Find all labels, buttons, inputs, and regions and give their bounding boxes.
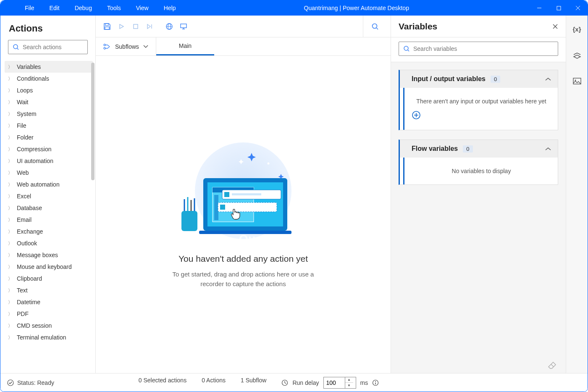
subflows-dropdown[interactable]: Subflows [96, 37, 156, 55]
action-category-variables[interactable]: 〉Variables [5, 61, 93, 73]
actions-list[interactable]: 〉Variables〉Conditionals〉Loops〉Wait〉Syste… [0, 59, 95, 373]
tab-main[interactable]: Main [156, 37, 214, 55]
variables-header: Variables [391, 16, 566, 37]
action-category-label: Clipboard [17, 275, 42, 282]
action-category-label: System [17, 110, 37, 117]
action-category-cmd-session[interactable]: 〉CMD session [5, 320, 93, 331]
main-row: Actions 〉Variables〉Conditionals〉Loops〉Wa… [0, 16, 588, 373]
spin-down-button[interactable]: ▼ [345, 383, 353, 388]
action-category-clipboard[interactable]: 〉Clipboard [5, 273, 93, 284]
action-category-datetime[interactable]: 〉Datetime [5, 296, 93, 308]
desktop-recorder-button[interactable] [176, 19, 191, 34]
chevron-right-icon: 〉 [8, 111, 13, 117]
spin-up-button[interactable]: ▲ [345, 377, 353, 383]
chevron-right-icon: 〉 [8, 182, 13, 188]
run-button[interactable] [114, 19, 129, 34]
clock-icon [281, 379, 288, 386]
right-rail: {x} [566, 16, 588, 373]
eraser-button[interactable] [548, 361, 556, 369]
flow-variables-count: 0 [463, 145, 472, 153]
run-delay-label: Run delay [292, 379, 319, 386]
action-category-database[interactable]: 〉Database [5, 202, 93, 214]
variables-rail-button[interactable]: {x} [570, 21, 585, 37]
action-category-label: Conditionals [17, 75, 49, 82]
svg-point-40 [404, 46, 408, 50]
action-category-mouse-and-keyboard[interactable]: 〉Mouse and keyboard [5, 261, 93, 273]
chevron-up-icon [545, 147, 551, 151]
action-category-label: Exchange [17, 228, 43, 235]
actions-search[interactable] [8, 40, 88, 54]
stop-button[interactable] [129, 19, 143, 34]
maximize-button[interactable] [549, 0, 568, 16]
action-category-conditionals[interactable]: 〉Conditionals [5, 73, 93, 84]
action-category-terminal-emulation[interactable]: 〉Terminal emulation [5, 331, 93, 343]
action-category-web[interactable]: 〉Web [5, 167, 93, 179]
action-category-pdf[interactable]: 〉PDF [5, 308, 93, 320]
menu-item-debug[interactable]: Debug [67, 1, 100, 15]
svg-line-45 [551, 364, 554, 367]
tab-label: Main [179, 42, 192, 49]
web-recorder-button[interactable] [162, 19, 176, 34]
action-category-text[interactable]: 〉Text [5, 284, 93, 296]
chevron-right-icon: 〉 [8, 205, 13, 211]
ui-elements-rail-button[interactable] [570, 47, 585, 63]
chevron-down-icon [143, 45, 148, 48]
search-icon [13, 44, 19, 50]
close-button[interactable] [568, 0, 588, 16]
action-category-folder[interactable]: 〉Folder [5, 132, 93, 143]
scrollbar-thumb[interactable] [91, 63, 94, 180]
menu-item-tools[interactable]: Tools [100, 1, 129, 15]
io-variables-header[interactable]: Input / output variables 0 [400, 70, 558, 88]
svg-rect-8 [134, 24, 138, 29]
action-category-label: Loops [17, 87, 33, 94]
action-category-wait[interactable]: 〉Wait [5, 96, 93, 108]
svg-rect-35 [232, 193, 261, 195]
action-category-ui-automation[interactable]: 〉UI automation [5, 155, 93, 167]
action-category-system[interactable]: 〉System [5, 108, 93, 120]
action-category-file[interactable]: 〉File [5, 120, 93, 132]
run-delay-input[interactable] [324, 379, 345, 386]
action-category-label: Outlook [17, 240, 37, 247]
chevron-right-icon: 〉 [8, 87, 13, 94]
minimize-button[interactable] [530, 0, 549, 16]
info-icon[interactable] [372, 379, 379, 386]
flow-variables-header[interactable]: Flow variables 0 [400, 140, 558, 158]
svg-point-19 [104, 47, 105, 49]
status-subflows: 1 Subflow [241, 377, 266, 389]
action-category-compression[interactable]: 〉Compression [5, 143, 93, 155]
action-category-message-boxes[interactable]: 〉Message boxes [5, 249, 93, 261]
svg-rect-1 [557, 6, 561, 10]
designer-search-button[interactable] [363, 16, 386, 37]
add-io-variable-button[interactable] [412, 110, 551, 120]
chevron-right-icon: 〉 [8, 264, 13, 270]
designer-canvas[interactable]: Quantrimang.com You haven't added any ac… [96, 56, 391, 373]
chevron-right-icon: 〉 [8, 158, 13, 164]
action-category-outlook[interactable]: 〉Outlook [5, 237, 93, 249]
step-button[interactable] [143, 19, 157, 34]
action-category-exchange[interactable]: 〉Exchange [5, 226, 93, 237]
actions-search-input[interactable] [23, 44, 96, 50]
chevron-right-icon: 〉 [8, 123, 13, 129]
svg-rect-13 [181, 24, 186, 28]
action-category-web-automation[interactable]: 〉Web automation [5, 179, 93, 190]
action-category-loops[interactable]: 〉Loops [5, 84, 93, 96]
status-center: 0 Selected actions 0 Actions 1 Subflow R… [59, 377, 458, 389]
status-selected: 0 Selected actions [139, 377, 186, 389]
save-button[interactable] [100, 19, 114, 34]
menu-item-file[interactable]: File [17, 1, 42, 15]
svg-line-5 [17, 48, 18, 50]
chevron-right-icon: 〉 [8, 217, 13, 223]
action-category-email[interactable]: 〉Email [5, 214, 93, 226]
run-delay-spinbox[interactable]: ▲ ▼ [323, 377, 356, 389]
menu-item-view[interactable]: View [129, 1, 156, 15]
variables-search-input[interactable] [413, 45, 554, 52]
designer-panel: Subflows Main [96, 16, 391, 373]
action-category-label: Compression [17, 146, 51, 153]
menu-item-help[interactable]: Help [156, 1, 184, 15]
action-category-excel[interactable]: 〉Excel [5, 190, 93, 202]
images-rail-button[interactable] [570, 74, 585, 89]
close-variables-button[interactable] [552, 24, 558, 29]
menu-item-edit[interactable]: Edit [42, 1, 67, 15]
variables-search[interactable] [399, 42, 558, 56]
io-variables-count: 0 [491, 76, 500, 83]
